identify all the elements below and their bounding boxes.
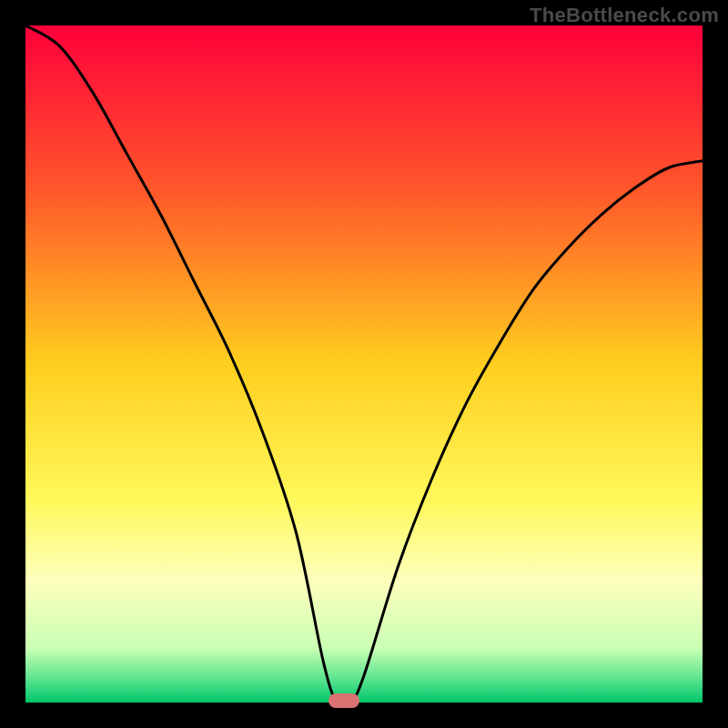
chart-svg: [25, 25, 703, 703]
minimum-marker: [329, 693, 359, 708]
chart-frame: TheBottleneck.com: [0, 0, 728, 728]
watermark-text: TheBottleneck.com: [530, 4, 719, 27]
gradient-background: [25, 25, 703, 703]
plot-area: [25, 25, 703, 703]
